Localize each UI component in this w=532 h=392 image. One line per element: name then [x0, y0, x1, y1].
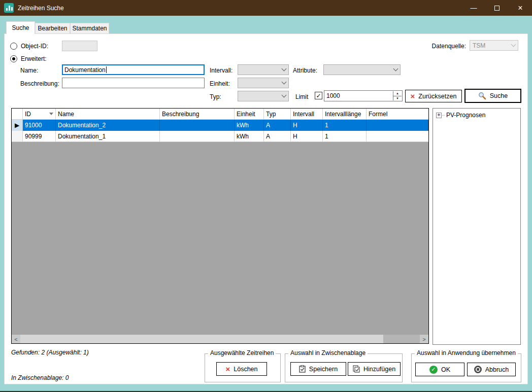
tab-stammdaten[interactable]: Stammdaten [70, 23, 109, 33]
cell-intervalllaenge[interactable]: 1 [323, 120, 367, 131]
table-row[interactable]: 90999 Dokumentation_1 kWh A H 1 [12, 131, 428, 142]
close-button[interactable]: × [509, 0, 532, 16]
red-x-icon: × [225, 365, 230, 373]
check-icon: ✓ [316, 93, 321, 99]
object-id-input[interactable] [62, 41, 97, 51]
scrollbar-thumb[interactable] [20, 335, 383, 343]
clipboard-check-icon [299, 365, 306, 373]
maximize-icon [494, 6, 500, 11]
tree-item-label: PV-Prognosen [446, 112, 485, 119]
cell-formel[interactable] [367, 131, 428, 142]
abbruch-label: Abbruch [485, 366, 509, 373]
group-title: Auswahl in Anwendung übernehmen [415, 349, 518, 357]
ok-button[interactable]: ✓ OK [415, 363, 464, 376]
cell-intervall[interactable]: H [291, 120, 323, 131]
expand-icon[interactable]: + [436, 113, 442, 118]
clipboard-add-icon [353, 365, 360, 373]
zwischenablage-status: In Zwischenablage: 0 [11, 374, 69, 381]
group-title: Auswahl in Zwischenablage [288, 349, 368, 357]
scroll-right-button[interactable]: > [420, 335, 428, 343]
object-id-label: Object-ID: [21, 43, 48, 50]
intervall-dropdown[interactable] [238, 64, 289, 75]
text-cursor [106, 66, 107, 73]
tree-item-pv-prognosen[interactable]: + PV-Prognosen [436, 112, 520, 119]
speichern-label: Speichern [309, 366, 338, 373]
object-id-radio[interactable] [10, 43, 17, 50]
name-value: Dokumentation [64, 66, 106, 74]
zuruecksetzen-label: Zurücksetzen [418, 93, 456, 100]
column-header-id[interactable]: ID [23, 109, 56, 119]
loeschen-label: Löschen [234, 366, 257, 373]
suche-label: Suche [490, 92, 508, 99]
cell-intervall[interactable]: H [291, 131, 323, 142]
tab-bearbeiten[interactable]: Bearbeiten [35, 23, 70, 33]
cell-beschreibung[interactable] [160, 131, 235, 142]
column-header-beschreibung[interactable]: Beschreibung [160, 109, 235, 119]
attribute-dropdown[interactable] [323, 64, 401, 75]
name-input[interactable]: Dokumentation [62, 64, 205, 75]
ok-label: OK [441, 366, 450, 373]
limit-checkbox[interactable]: ✓ [315, 92, 322, 99]
window-title: Zeitreihen Suche [18, 5, 64, 12]
zuruecksetzen-button[interactable]: × Zurücksetzen [405, 90, 462, 102]
cell-beschreibung[interactable] [160, 120, 235, 131]
column-header-intervall[interactable]: Intervall [291, 109, 323, 119]
scroll-left-icon: < [14, 336, 17, 342]
cell-einheit[interactable]: kWh [235, 131, 264, 142]
abbruch-button[interactable]: Abbruch [467, 363, 516, 376]
cell-name[interactable]: Dokumentation_2 [56, 120, 160, 131]
minimize-button[interactable]: — [462, 0, 485, 16]
beschreibung-input[interactable] [62, 78, 205, 88]
group-zwischenablage: Auswahl in Zwischenablage Speichern Hinz… [285, 353, 403, 382]
cell-formel[interactable] [367, 120, 428, 131]
cell-name[interactable]: Dokumentation_1 [56, 131, 160, 142]
cell-id[interactable]: 90999 [23, 131, 56, 142]
bar-chart-icon [6, 6, 13, 11]
row-selector[interactable] [12, 131, 23, 142]
scrollbar-track[interactable] [20, 335, 420, 343]
scroll-left-button[interactable]: < [12, 335, 20, 343]
magnifier-icon [478, 92, 486, 100]
category-tree: + PV-Prognosen [433, 108, 521, 345]
tab-suche[interactable]: Suche [6, 21, 35, 34]
cell-intervalllaenge[interactable]: 1 [323, 131, 367, 142]
name-label: Name: [20, 67, 38, 74]
column-header-name[interactable]: Name [56, 109, 160, 119]
datenquelle-dropdown[interactable]: TSM [470, 40, 518, 51]
tree-connector [442, 115, 445, 116]
typ-label: Typ: [210, 93, 221, 100]
stop-icon [474, 366, 482, 373]
column-header-intervalllaenge[interactable]: Intervalllänge [323, 109, 367, 119]
hinzufuegen-button[interactable]: Hinzufügen [348, 362, 401, 376]
group-ausgewaehlte-zeitreihen: Ausgewählte Zeitreihen × Löschen [205, 353, 281, 382]
column-header-typ[interactable]: Typ [264, 109, 291, 119]
erweitert-radio[interactable] [10, 55, 17, 62]
horizontal-scrollbar[interactable]: < > [12, 335, 428, 343]
loeschen-button[interactable]: × Löschen [216, 362, 267, 376]
speichern-button[interactable]: Speichern [290, 362, 346, 376]
hinzufuegen-label: Hinzufügen [363, 366, 395, 373]
cell-einheit[interactable]: kWh [235, 120, 264, 131]
typ-dropdown[interactable] [238, 91, 289, 101]
row-selector-header[interactable] [12, 109, 23, 119]
column-header-formel[interactable]: Formel [367, 109, 428, 119]
cell-id[interactable]: 91000 [23, 120, 56, 131]
results-table: ID Name Beschreibung Einheit Typ Interva… [11, 108, 429, 344]
suche-button[interactable]: Suche [464, 89, 521, 103]
close-icon: × [518, 4, 522, 13]
red-x-icon: × [411, 92, 415, 100]
chevron-down-icon [393, 66, 398, 72]
cell-typ[interactable]: A [264, 131, 291, 142]
zeitreihen-suche-window: Zeitreihen Suche — × Suche Bearbeiten St… [0, 0, 532, 392]
limit-input[interactable]: 1000 ▲ ▼ [324, 90, 403, 101]
spin-down-button[interactable]: ▼ [393, 96, 402, 101]
einheit-dropdown[interactable] [238, 78, 289, 88]
column-header-einheit[interactable]: Einheit [235, 109, 264, 119]
table-row[interactable]: ▶ 91000 Dokumentation_2 kWh A H 1 [12, 120, 428, 131]
table-header-row: ID Name Beschreibung Einheit Typ Interva… [12, 109, 428, 120]
cell-typ[interactable]: A [264, 120, 291, 131]
spin-up-button[interactable]: ▲ [393, 91, 402, 96]
limit-spinner: ▲ ▼ [393, 91, 402, 100]
minimize-icon: — [471, 4, 477, 12]
maximize-button[interactable] [485, 0, 509, 16]
